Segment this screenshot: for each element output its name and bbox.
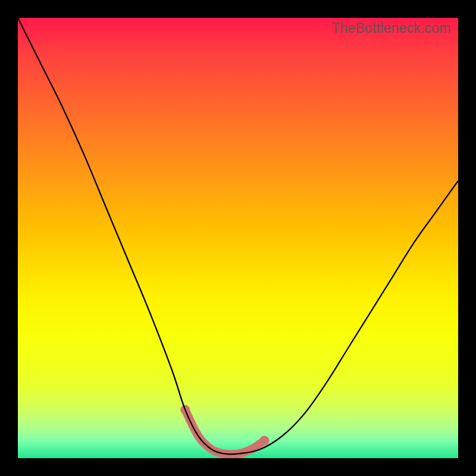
chart-frame: TheBottleneck.com [0, 0, 476, 476]
curve-layer [18, 18, 458, 458]
bottleneck-curve [18, 18, 458, 455]
optimal-band-endpoint [259, 436, 269, 445]
optimal-band [185, 410, 264, 455]
plot-area: TheBottleneck.com [18, 18, 458, 458]
